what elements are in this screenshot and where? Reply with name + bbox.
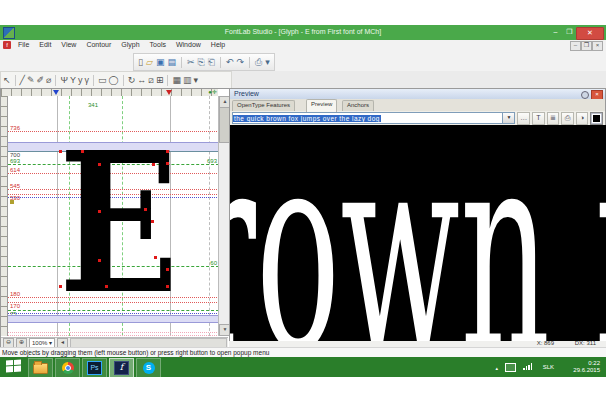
menu-file[interactable]: File xyxy=(13,40,34,49)
preview-panel: Preview × OpenType Features Preview Anch… xyxy=(229,88,606,341)
taskbar-fontlab-button[interactable]: f xyxy=(109,358,134,377)
control-point[interactable] xyxy=(98,259,101,262)
toolbar-icon[interactable]: ↷ xyxy=(236,57,244,67)
mdi-minimize-icon[interactable]: – xyxy=(570,41,581,51)
toolbar-icon[interactable]: ▯ xyxy=(138,57,143,67)
title-bar: FontLab Studio - [Glyph - E from First f… xyxy=(0,25,606,40)
tool-icon[interactable]: ✎ xyxy=(27,75,35,85)
standard-toolbar: ▯▱▣▤✂⎘⎗↶↷⎙▾ xyxy=(0,51,606,71)
network-signal-icon[interactable] xyxy=(523,363,532,370)
control-point[interactable] xyxy=(81,150,84,153)
tool-icon[interactable]: ▭ xyxy=(98,75,107,85)
zoom-level-value: 100% xyxy=(32,340,47,346)
mdi-close-icon[interactable]: × xyxy=(592,41,603,51)
tool-icon[interactable]: γ xyxy=(85,75,90,85)
left-sidebearing-marker[interactable] xyxy=(53,90,59,95)
control-point[interactable] xyxy=(166,285,169,288)
glyph-editor-window[interactable]: ●✛ 341 736 700 693 693 614 545 530 xyxy=(0,88,231,349)
tool-icon[interactable]: ↻ xyxy=(128,75,136,85)
menu-window[interactable]: Window xyxy=(171,40,206,49)
toolbar-icon[interactable]: ▤ xyxy=(167,57,176,67)
menu-tools[interactable]: Tools xyxy=(145,40,171,49)
cursor-x-readout: X: 869 xyxy=(537,340,554,346)
fontlab-icon: f xyxy=(114,361,129,375)
contrast-button[interactable]: ◑ xyxy=(576,112,589,125)
waterfall-button[interactable]: ≣ xyxy=(547,112,560,125)
tool-icon[interactable]: ▥ xyxy=(183,75,192,85)
control-point[interactable] xyxy=(98,210,101,213)
more-options-button[interactable]: … xyxy=(517,112,530,125)
keyboard-language-indicator[interactable]: SLK xyxy=(543,364,554,370)
menu-edit[interactable]: Edit xyxy=(34,40,56,49)
taskbar-photoshop-button[interactable]: Ps xyxy=(82,358,107,377)
toolbar-icon[interactable]: ⎙ xyxy=(255,57,262,68)
sample-text-value[interactable]: the quick brown fox jumps over the lazy … xyxy=(233,115,381,122)
close-button[interactable]: ✕ xyxy=(576,27,604,40)
control-point[interactable] xyxy=(105,285,108,288)
mdi-restore-icon[interactable]: ❐ xyxy=(581,41,592,51)
glyph-outline[interactable]: E xyxy=(8,96,219,336)
tool-icon[interactable]: ▾ xyxy=(193,75,198,85)
toolbar-icon[interactable]: ⎗ xyxy=(208,57,215,68)
pin-icon[interactable] xyxy=(581,91,589,99)
minimize-button[interactable]: – xyxy=(549,27,562,38)
tool-icon[interactable]: ▦ xyxy=(172,75,181,85)
mdi-window-buttons[interactable]: –❐× xyxy=(570,41,603,51)
toolbar-icon[interactable]: ▱ xyxy=(146,57,153,67)
tool-icon[interactable]: ⊞ xyxy=(156,75,164,85)
invert-preview-toggle[interactable] xyxy=(590,112,603,125)
menu-view[interactable]: View xyxy=(56,40,81,49)
vertical-ruler[interactable] xyxy=(1,96,8,336)
tool-icon[interactable]: Y xyxy=(70,75,76,85)
tool-icon[interactable]: Ψ xyxy=(60,75,68,85)
control-point[interactable] xyxy=(98,163,101,166)
tab-preview[interactable]: Preview xyxy=(306,99,337,112)
tool-icon[interactable]: y xyxy=(78,75,83,85)
combobox-dropdown-icon[interactable]: ▼ xyxy=(502,113,514,123)
control-point[interactable] xyxy=(59,285,62,288)
toolbar-icon[interactable]: ▾ xyxy=(265,57,270,67)
menu-contour[interactable]: Contour xyxy=(81,40,116,49)
taskbar-skype-button[interactable]: S xyxy=(136,358,161,377)
tool-icon[interactable]: ↖ xyxy=(3,75,11,85)
toolbar-icon[interactable]: ▣ xyxy=(156,57,165,67)
features-button[interactable]: T xyxy=(532,112,545,125)
control-point[interactable] xyxy=(59,150,62,153)
glyph-E[interactable]: E xyxy=(59,111,179,336)
maximize-button[interactable]: ❐ xyxy=(563,27,576,38)
toolbar-separator xyxy=(249,57,250,68)
control-point[interactable] xyxy=(166,162,169,165)
toolbar-icon[interactable]: ✂ xyxy=(187,57,195,67)
control-point[interactable] xyxy=(154,256,157,259)
tool-icon[interactable]: ⧄ xyxy=(148,75,154,86)
sample-text-combobox[interactable]: the quick brown fox jumps over the lazy … xyxy=(232,112,515,124)
control-point[interactable] xyxy=(144,208,147,211)
toolbar-icon[interactable]: ↶ xyxy=(226,57,234,67)
tool-icon[interactable]: ✐ xyxy=(37,75,45,85)
toolbar-icon[interactable]: ⎘ xyxy=(197,57,204,68)
preview-render-area[interactable]: rown fox xyxy=(230,125,606,342)
taskbar-chrome-button[interactable] xyxy=(55,358,80,377)
clock[interactable]: 0:22 29.6.2015 xyxy=(573,360,600,374)
tool-icon[interactable]: ⌀ xyxy=(46,75,51,85)
editor-corner-icons[interactable]: ●✛ xyxy=(208,89,217,96)
toolbar-separator xyxy=(181,57,182,68)
control-point[interactable] xyxy=(166,268,169,271)
control-point[interactable] xyxy=(151,220,154,223)
tool-icon[interactable]: ↔ xyxy=(137,75,146,85)
print-button[interactable]: ⎙ xyxy=(561,112,574,125)
control-point[interactable] xyxy=(152,163,155,166)
document-icon[interactable]: f xyxy=(3,41,11,49)
menu-help[interactable]: Help xyxy=(206,40,230,49)
menu-glyph[interactable]: Glyph xyxy=(116,40,144,49)
cursor-dx-readout: DX: 311 xyxy=(575,340,596,346)
right-sidebearing-marker[interactable] xyxy=(166,90,172,95)
hidden-icons-arrow[interactable]: ▴ xyxy=(495,365,498,371)
tool-icon[interactable]: ╱ xyxy=(20,75,25,85)
tool-icon[interactable]: ◯ xyxy=(109,75,119,85)
glyph-canvas[interactable]: 341 736 700 693 693 614 545 530 60 180 1… xyxy=(8,96,219,336)
start-button[interactable] xyxy=(6,359,22,373)
taskbar-explorer-button[interactable] xyxy=(28,358,53,377)
control-point[interactable] xyxy=(166,150,169,153)
display-tray-icon[interactable] xyxy=(505,363,516,372)
